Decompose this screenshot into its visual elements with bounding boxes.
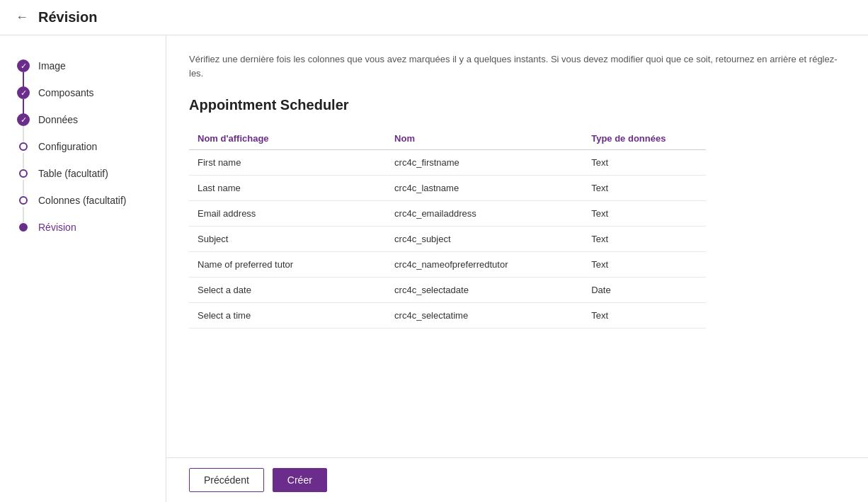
sidebar-item-image[interactable]: ✓ Image [0,52,166,79]
cell-name-4: crc4c_nameofpreferredtutor [386,252,583,278]
sidebar-item-table[interactable]: Table (facultatif) [0,160,166,187]
step-icon-table [19,169,28,178]
sidebar-item-configuration[interactable]: Configuration [0,133,166,160]
main-layout: ✓ Image ✓ Composants ✓ Données Configura… [0,35,868,502]
cell-display-name-2: Email address [189,201,386,227]
table-row: Subject crc4c_subject Text [189,227,706,252]
table-row: First name crc4c_firstname Text [189,150,706,176]
header: ← Révision [0,0,868,35]
step-icon-configuration [19,142,28,151]
cell-type-6: Text [583,303,706,329]
step-icon-revision [19,223,28,232]
cell-display-name-5: Select a date [189,278,386,303]
cell-name-1: crc4c_lastname [386,176,583,201]
cell-display-name-3: Subject [189,227,386,252]
col-header-name: Nom [386,127,583,150]
cell-name-5: crc4c_selectadate [386,278,583,303]
step-icon-donnees: ✓ [17,113,30,126]
sidebar-label-configuration: Configuration [38,141,97,152]
page-title: Révision [38,9,97,25]
cell-type-2: Text [583,201,706,227]
table-header-row: Nom d'affichage Nom Type de données [189,127,706,150]
sidebar-label-composants: Composants [38,87,94,98]
cell-display-name-1: Last name [189,176,386,201]
step-icon-composants: ✓ [17,86,30,99]
table-row: Name of preferred tutor crc4c_nameofpref… [189,252,706,278]
content-body: Vérifiez une dernière fois les colonnes … [166,35,868,457]
cell-type-4: Text [583,252,706,278]
sidebar-item-colonnes[interactable]: Colonnes (facultatif) [0,187,166,214]
col-header-type: Type de données [583,127,706,150]
cell-name-3: crc4c_subject [386,227,583,252]
cell-type-5: Date [583,278,706,303]
sidebar-label-table: Table (facultatif) [38,168,108,179]
scheduler-title: Appointment Scheduler [189,97,845,113]
col-header-display: Nom d'affichage [189,127,386,150]
cell-display-name-6: Select a time [189,303,386,329]
sidebar: ✓ Image ✓ Composants ✓ Données Configura… [0,35,166,502]
sidebar-label-image: Image [38,60,66,72]
table-row: Last name crc4c_lastname Text [189,176,706,201]
table-row: Select a date crc4c_selectadate Date [189,278,706,303]
cell-type-0: Text [583,150,706,176]
table-row: Select a time crc4c_selectatime Text [189,303,706,329]
sidebar-item-revision[interactable]: Révision [0,214,166,241]
table-row: Email address crc4c_emailaddress Text [189,201,706,227]
data-table: Nom d'affichage Nom Type de données Firs… [189,127,706,329]
sidebar-label-donnees: Données [38,114,78,125]
previous-button[interactable]: Précédent [189,468,264,492]
step-icon-colonnes [19,196,28,205]
sidebar-item-donnees[interactable]: ✓ Données [0,106,166,133]
cell-display-name-4: Name of preferred tutor [189,252,386,278]
cell-name-6: crc4c_selectatime [386,303,583,329]
sidebar-label-colonnes: Colonnes (facultatif) [38,195,127,206]
back-button[interactable]: ← [14,8,30,26]
step-icon-image: ✓ [17,59,30,72]
instruction-text: Vérifiez une dernière fois les colonnes … [189,52,845,80]
cell-display-name-0: First name [189,150,386,176]
back-icon: ← [16,10,28,25]
content-footer: Précédent Créer [166,457,868,502]
cell-name-2: crc4c_emailaddress [386,201,583,227]
cell-type-3: Text [583,227,706,252]
content-area: Vérifiez une dernière fois les colonnes … [166,35,868,502]
sidebar-item-composants[interactable]: ✓ Composants [0,79,166,106]
sidebar-label-revision: Révision [38,222,76,233]
create-button[interactable]: Créer [273,468,327,492]
cell-name-0: crc4c_firstname [386,150,583,176]
cell-type-1: Text [583,176,706,201]
